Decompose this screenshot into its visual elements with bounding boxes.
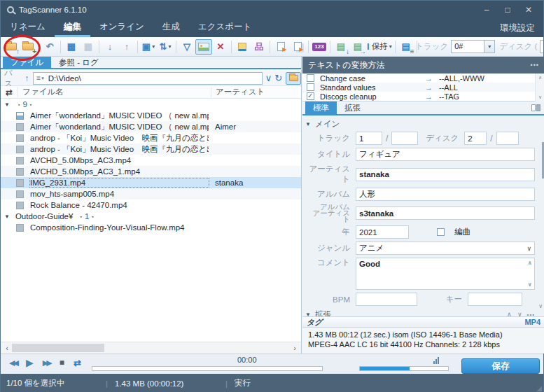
key-input[interactable] bbox=[468, 293, 522, 306]
column-artist[interactable]: アーティスト bbox=[211, 87, 301, 97]
comment-scroll-down-icon[interactable]: ∨ bbox=[528, 281, 533, 288]
transform-scrollbar[interactable]: ∧ ∨ bbox=[535, 74, 544, 102]
playlist-button[interactable]: ▤≡ bbox=[398, 39, 414, 55]
year-input[interactable] bbox=[356, 225, 409, 239]
menu-item-2[interactable]: オンライン bbox=[90, 19, 153, 37]
move-down-button[interactable]: ↓ bbox=[102, 39, 118, 55]
menu-item-1[interactable]: 編集 bbox=[55, 19, 90, 37]
filter-button[interactable]: ▽ bbox=[179, 39, 195, 55]
keep-dropdown[interactable]: I保持▾ bbox=[366, 39, 393, 55]
file-row[interactable]: androp - 「Koi」Music Video 映画『九月の恋と出会う... bbox=[1, 132, 301, 144]
minimize-button[interactable]: – bbox=[482, 5, 491, 15]
file-row[interactable]: mov_hts-samp005.mp4 bbox=[1, 188, 301, 200]
track-total-input[interactable] bbox=[391, 132, 418, 145]
transform-checkbox[interactable] bbox=[307, 74, 314, 82]
select-files-dropdown[interactable]: ▣▾ bbox=[140, 39, 157, 55]
transform-row[interactable]: Discogs cleanup→--TAG bbox=[302, 92, 544, 101]
section-move-icons[interactable]: ∧ ∨ bbox=[507, 311, 524, 316]
album-artist-input[interactable] bbox=[356, 206, 535, 220]
menu-item-3[interactable]: 生成 bbox=[153, 19, 189, 37]
scroll-up-icon[interactable]: ∧ bbox=[536, 75, 544, 80]
move-up-button[interactable]: ↑ bbox=[118, 39, 135, 55]
track-format-combobox[interactable]: 0# ▾ bbox=[451, 40, 495, 53]
file-row[interactable]: Aimer「wonderland」MUSIC VIDEO （ new al.mp… bbox=[1, 121, 301, 132]
editor-tab-1[interactable]: 拡張 bbox=[337, 102, 368, 114]
maximize-button[interactable]: □ bbox=[503, 5, 512, 15]
scroll-down-icon[interactable]: ∨ bbox=[536, 94, 544, 100]
load-tags-button[interactable]: ▤↓ bbox=[333, 39, 349, 55]
path-up-icon[interactable]: ↑ bbox=[25, 74, 29, 83]
section-menu-icon[interactable]: ••• bbox=[527, 312, 535, 317]
play-file-button[interactable] bbox=[272, 39, 289, 55]
bpm-input[interactable] bbox=[356, 293, 417, 306]
export-image-button[interactable]: ▤→ bbox=[349, 39, 366, 55]
path-input[interactable]: ≡ ▾ D:\Video\ bbox=[33, 72, 262, 85]
sort-dropdown[interactable]: ⇅▾ bbox=[157, 39, 174, 55]
play-all-button[interactable] bbox=[289, 39, 306, 55]
play-button[interactable]: ▶ bbox=[26, 358, 34, 368]
undo-button[interactable]: ↶ bbox=[41, 39, 58, 55]
track-format-caret-icon[interactable]: ▾ bbox=[484, 40, 495, 53]
scroll-right-icon[interactable]: › bbox=[290, 343, 300, 353]
comment-scroll-up-icon[interactable]: ∧ bbox=[528, 260, 533, 266]
title-input[interactable] bbox=[356, 148, 535, 161]
track-input[interactable] bbox=[356, 132, 382, 145]
menu-item-settings[interactable]: 環境設定 bbox=[491, 19, 543, 37]
section-extended[interactable]: ▼ 拡張 ∧ ∨ ••• bbox=[305, 309, 535, 316]
file-row[interactable]: Composition-Finding-Your-Visual-Flow.mp4 bbox=[1, 222, 301, 233]
repeat-button[interactable]: ⇄ bbox=[74, 358, 81, 368]
file-row[interactable]: AVCHD_5.0Mbps_AC3_1.mp4 bbox=[1, 166, 301, 177]
section-main[interactable]: ▼ メイン bbox=[305, 118, 535, 130]
next-button[interactable]: ▶▶ bbox=[43, 359, 50, 367]
artist-input[interactable] bbox=[356, 168, 535, 181]
form-scroll-down-icon[interactable]: ∨ bbox=[538, 303, 543, 309]
file-panel-tab-1[interactable]: 参照 - ログ bbox=[51, 57, 106, 68]
transform-row[interactable]: Change case→--ALL,-WWW bbox=[302, 74, 544, 83]
progress-bar[interactable] bbox=[92, 366, 323, 371]
file-row[interactable]: Aimer「wonderland」MUSIC VIDEO （ new al.mp… bbox=[1, 110, 301, 121]
view-details-button[interactable]: ▦ bbox=[63, 39, 80, 55]
structure-button[interactable]: 品 bbox=[251, 39, 267, 55]
transform-menu-icon[interactable]: ••• bbox=[531, 62, 539, 69]
file-panel-tab-0[interactable]: ファイル bbox=[3, 57, 51, 68]
genre-select[interactable]: アニメ ∨ bbox=[356, 241, 535, 255]
shuffle-column-icon[interactable]: ⇄ bbox=[1, 88, 18, 97]
view-list-button[interactable]: ▦ bbox=[80, 39, 97, 55]
save-button[interactable]: 保存 bbox=[461, 358, 540, 374]
horizontal-scrollbar[interactable]: ‹ › bbox=[1, 342, 301, 354]
resize-grip[interactable]: ◢ bbox=[536, 384, 542, 392]
menu-item-0[interactable]: リネーム bbox=[1, 19, 55, 37]
text-editor-button[interactable] bbox=[234, 39, 251, 55]
transform-checkbox[interactable] bbox=[307, 92, 314, 100]
editor-tab-0[interactable]: 標準 bbox=[305, 102, 337, 114]
path-dropdown-chevron-icon[interactable]: ∨ bbox=[265, 74, 272, 83]
file-row[interactable]: androp - 「Koi」Music Video 映画『九月の恋と出会う... bbox=[1, 144, 301, 155]
disc-total-input[interactable] bbox=[496, 132, 519, 145]
disc-input[interactable] bbox=[464, 132, 487, 145]
comment-textarea[interactable]: Good ∧ ∨ bbox=[356, 258, 535, 290]
preview-panel-toggle[interactable] bbox=[195, 39, 212, 55]
menu-item-4[interactable]: エクスポート bbox=[189, 19, 260, 37]
previous-button[interactable]: ◀◀ bbox=[9, 359, 17, 367]
arrange-checkbox[interactable] bbox=[437, 228, 445, 236]
clear-list-button[interactable]: ✕ bbox=[212, 39, 229, 55]
close-button[interactable]: ✕ bbox=[524, 5, 533, 15]
open-directory-button[interactable]: ↑ bbox=[3, 39, 20, 55]
transform-checkbox[interactable] bbox=[307, 83, 314, 91]
path-menu-icon[interactable]: ≡ bbox=[36, 74, 41, 82]
file-row[interactable]: AVCHD_5.0Mbps_AC3.mp4 bbox=[1, 155, 301, 166]
disc-format-combobox[interactable]: # bbox=[540, 40, 543, 53]
file-row[interactable]: Rock Balance - 42470.mp4 bbox=[1, 200, 301, 211]
album-input[interactable] bbox=[356, 188, 535, 201]
stop-button[interactable]: ■ bbox=[60, 358, 64, 367]
autonumber-button[interactable]: 123 bbox=[311, 39, 328, 55]
group-header[interactable]: ▼▪9▪ bbox=[1, 99, 301, 110]
scroll-left-icon[interactable]: ‹ bbox=[2, 343, 12, 353]
folder-tree-toggle[interactable] bbox=[286, 72, 301, 85]
file-row[interactable]: IMG_2931.mp4stanaka bbox=[1, 177, 301, 188]
column-filename[interactable]: ファイル名 bbox=[18, 87, 211, 97]
transform-row[interactable]: Standard values→--ALL bbox=[302, 83, 544, 92]
volume-slider[interactable] bbox=[359, 366, 449, 371]
dual-pane-icon[interactable] bbox=[531, 104, 540, 111]
group-header[interactable]: ▼Outdoor-Guide¥▪1▪ bbox=[1, 211, 301, 222]
